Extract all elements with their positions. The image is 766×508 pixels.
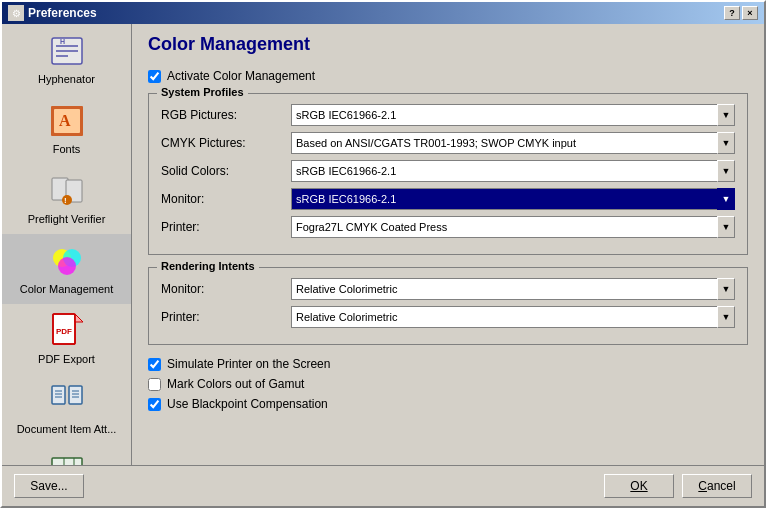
rendering-intents-label: Rendering Intents: [157, 260, 259, 272]
document-icon: [47, 381, 87, 421]
sp-monitor-select[interactable]: sRGB IEC61966-2.1: [291, 188, 735, 210]
activate-checkbox[interactable]: [148, 70, 161, 83]
ri-monitor-label: Monitor:: [161, 282, 291, 296]
cmyk-label: CMYK Pictures:: [161, 136, 291, 150]
svg-rect-20: [69, 386, 82, 404]
rgb-label: RGB Pictures:: [161, 108, 291, 122]
svg-marker-16: [75, 314, 83, 322]
solid-select[interactable]: sRGB IEC61966-2.1: [291, 160, 735, 182]
ri-monitor-select[interactable]: Relative Colorimetric: [291, 278, 735, 300]
simulate-label[interactable]: Simulate Printer on the Screen: [167, 357, 330, 371]
sp-monitor-row: Monitor: sRGB IEC61966-2.1 ▼: [161, 188, 735, 210]
simulate-row: Simulate Printer on the Screen: [148, 357, 748, 371]
system-profiles-label: System Profiles: [157, 86, 248, 98]
sidebar-label-color: Color Management: [20, 283, 114, 296]
mark-gamut-row: Mark Colors out of Gamut: [148, 377, 748, 391]
cmyk-select[interactable]: Based on ANSI/CGATS TR001-1993; SWOP CMY…: [291, 132, 735, 154]
svg-text:A: A: [59, 112, 71, 129]
sp-monitor-label: Monitor:: [161, 192, 291, 206]
table-icon: [47, 451, 87, 465]
cmyk-select-wrapper: Based on ANSI/CGATS TR001-1993; SWOP CMY…: [291, 132, 735, 154]
sidebar-item-table[interactable]: Table of Contents ...: [2, 444, 131, 465]
sidebar-item-preflight[interactable]: ! Preflight Verifier: [2, 164, 131, 234]
system-profiles-group: System Profiles RGB Pictures: sRGB IEC61…: [148, 93, 748, 255]
color-icon: [47, 241, 87, 281]
sidebar-label-fonts: Fonts: [53, 143, 81, 156]
sidebar-label-pdf: PDF Export: [38, 353, 95, 366]
sidebar: H Hyphenator A Fonts: [2, 24, 132, 465]
pdf-icon: PDF: [47, 311, 87, 351]
rgb-row: RGB Pictures: sRGB IEC61966-2.1 ▼: [161, 104, 735, 126]
close-button[interactable]: ×: [742, 6, 758, 20]
ri-printer-row: Printer: Relative Colorimetric ▼: [161, 306, 735, 328]
ok-button[interactable]: OK: [604, 474, 674, 498]
page-title: Color Management: [148, 34, 748, 59]
cancel-button[interactable]: Cancel: [682, 474, 752, 498]
ri-printer-label: Printer:: [161, 310, 291, 324]
sidebar-item-fonts[interactable]: A Fonts: [2, 94, 131, 164]
titlebar: ⚙ Preferences ? ×: [2, 2, 764, 24]
main-content: H Hyphenator A Fonts: [2, 24, 764, 465]
bottom-bar: Save... OK Cancel: [2, 465, 764, 506]
btn-group: OK Cancel: [604, 474, 752, 498]
ri-printer-select[interactable]: Relative Colorimetric: [291, 306, 735, 328]
sp-printer-label: Printer:: [161, 220, 291, 234]
rgb-select-wrapper: sRGB IEC61966-2.1 ▼: [291, 104, 735, 126]
sidebar-scroll[interactable]: H Hyphenator A Fonts: [2, 24, 131, 465]
mark-gamut-checkbox[interactable]: [148, 378, 161, 391]
rendering-intents-group: Rendering Intents Monitor: Relative Colo…: [148, 267, 748, 345]
window-title: Preferences: [28, 6, 97, 20]
blackpoint-label[interactable]: Use Blackpoint Compensation: [167, 397, 328, 411]
sp-printer-select[interactable]: Fogra27L CMYK Coated Press: [291, 216, 735, 238]
ri-printer-select-wrapper: Relative Colorimetric ▼: [291, 306, 735, 328]
activate-label[interactable]: Activate Color Management: [167, 69, 315, 83]
fonts-icon: A: [47, 101, 87, 141]
svg-text:H: H: [60, 38, 65, 45]
app-icon: ⚙: [8, 5, 24, 21]
titlebar-left: ⚙ Preferences: [8, 5, 97, 21]
svg-text:!: !: [64, 196, 67, 205]
cmyk-row: CMYK Pictures: Based on ANSI/CGATS TR001…: [161, 132, 735, 154]
svg-rect-27: [52, 458, 82, 465]
sp-printer-select-wrapper: Fogra27L CMYK Coated Press ▼: [291, 216, 735, 238]
sidebar-label-preflight: Preflight Verifier: [28, 213, 106, 226]
svg-text:PDF: PDF: [56, 327, 72, 336]
sidebar-item-hyphenator[interactable]: H Hyphenator: [2, 24, 131, 94]
titlebar-buttons: ? ×: [724, 6, 758, 20]
sp-printer-row: Printer: Fogra27L CMYK Coated Press ▼: [161, 216, 735, 238]
blackpoint-row: Use Blackpoint Compensation: [148, 397, 748, 411]
mark-gamut-label[interactable]: Mark Colors out of Gamut: [167, 377, 304, 391]
solid-row: Solid Colors: sRGB IEC61966-2.1 ▼: [161, 160, 735, 182]
sidebar-item-color[interactable]: Color Management: [2, 234, 131, 304]
simulate-checkbox[interactable]: [148, 358, 161, 371]
solid-select-wrapper: sRGB IEC61966-2.1 ▼: [291, 160, 735, 182]
content-area: Color Management Activate Color Manageme…: [132, 24, 764, 465]
svg-rect-19: [52, 386, 65, 404]
sidebar-label-hyphenator: Hyphenator: [38, 73, 95, 86]
solid-label: Solid Colors:: [161, 164, 291, 178]
svg-point-14: [58, 257, 76, 275]
ri-monitor-select-wrapper: Relative Colorimetric ▼: [291, 278, 735, 300]
preferences-window: ⚙ Preferences ? × H: [0, 0, 766, 508]
blackpoint-checkbox[interactable]: [148, 398, 161, 411]
ri-monitor-row: Monitor: Relative Colorimetric ▼: [161, 278, 735, 300]
save-button[interactable]: Save...: [14, 474, 84, 498]
preflight-icon: !: [47, 171, 87, 211]
rgb-select[interactable]: sRGB IEC61966-2.1: [291, 104, 735, 126]
help-button[interactable]: ?: [724, 6, 740, 20]
sp-monitor-select-wrapper: sRGB IEC61966-2.1 ▼: [291, 188, 735, 210]
hyphenator-icon: H: [47, 31, 87, 71]
sidebar-label-document: Document Item Att...: [17, 423, 117, 436]
sidebar-item-pdf[interactable]: PDF PDF Export: [2, 304, 131, 374]
activate-row: Activate Color Management: [148, 69, 748, 83]
sidebar-item-document[interactable]: Document Item Att...: [2, 374, 131, 444]
checkboxes-section: Simulate Printer on the Screen Mark Colo…: [148, 357, 748, 411]
